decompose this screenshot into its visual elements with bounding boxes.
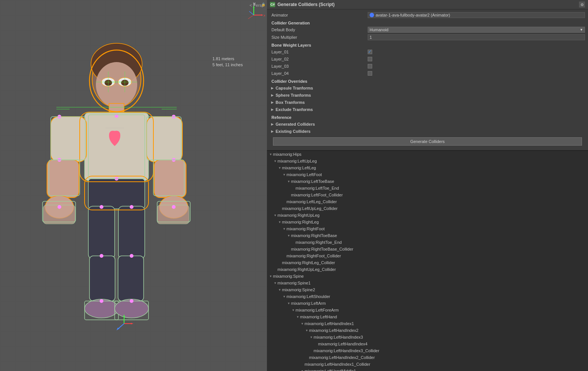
hierarchy-item-label: mixamorig:RightToeBase_Collider	[291, 247, 353, 251]
hierarchy-item-label: mixamorig:LeftForeArm	[296, 308, 339, 312]
hierarchy-item[interactable]: ▼mixamorig:Spine	[267, 273, 588, 280]
layer02-row: Layer_02	[270, 56, 585, 62]
hierarchy-item[interactable]: mixamorig:LeftHandIndex4	[267, 341, 588, 347]
hierarchy-item[interactable]: ▼mixamorig:RightLeg	[267, 219, 588, 225]
tree-expand-arrow-icon[interactable]: ▼	[268, 274, 273, 278]
hierarchy-item[interactable]: mixamorig:RightUpLeg_Collider	[267, 266, 588, 273]
layer03-checkbox[interactable]	[368, 64, 372, 68]
inspector-controls: ⚙	[579, 2, 585, 8]
box-tranforms-foldout[interactable]: ▶ Box Tranforms	[270, 99, 585, 106]
tree-expand-arrow-icon[interactable]: ▼	[273, 159, 277, 163]
hierarchy-item[interactable]: ▼mixamorig:LeftHandIndex1	[267, 320, 588, 327]
animator-ref-value[interactable]: avatar-1-ava-fullbody-avatar2 (Animator)	[368, 12, 585, 18]
right-panel: C# Generate Colliders (Script) ⚙ Animato…	[267, 0, 588, 371]
hierarchy-item[interactable]: mixamorig:LeftHandIndex2_Collider	[267, 354, 588, 361]
size-multiplier-input[interactable]	[368, 34, 585, 40]
hierarchy-item-label: mixamorig:LeftToeBase	[291, 179, 334, 184]
hierarchy-item[interactable]: ▼mixamorig:LeftHandIndex2	[267, 327, 588, 334]
exclude-tranforms-foldout[interactable]: ▶ Exclude Tranforms	[270, 106, 585, 113]
hierarchy-item-label: mixamorig:LeftToe_End	[296, 186, 339, 190]
hierarchy-item[interactable]: mixamorig:RightFoot_Collider	[267, 252, 588, 259]
tree-expand-arrow-icon[interactable]: ▼	[277, 287, 282, 292]
tree-expand-arrow-icon[interactable]: ▼	[291, 308, 296, 312]
hierarchy-item[interactable]: ▼mixamorig:LeftHandIndex3	[267, 334, 588, 341]
tree-expand-arrow-icon[interactable]: ▼	[282, 172, 286, 177]
hierarchy-item[interactable]: mixamorig:LeftHandIndex3_Collider	[267, 347, 588, 354]
tree-expand-arrow-icon[interactable]: ▼	[273, 281, 277, 285]
viewport[interactable]: 🔒 Y X < Persp	[0, 0, 267, 371]
default-body-label: Default Body	[270, 27, 368, 32]
hierarchy-item[interactable]: ▼mixamorig:LeftHand	[267, 313, 588, 320]
layer01-checkbox[interactable]	[368, 50, 372, 54]
hierarchy-item-label: mixamorig:RightLeg_Collider	[282, 260, 335, 265]
box-tranforms-label: Box Tranforms	[276, 100, 305, 105]
hierarchy-item-label: mixamorig:LeftHandIndex3_Collider	[314, 348, 379, 353]
hierarchy-item[interactable]: ▼mixamorig:LeftForeArm	[267, 307, 588, 313]
size-multiplier-label: Size Multiplier	[270, 35, 368, 40]
hierarchy-item[interactable]: mixamorig:RightToe_End	[267, 239, 588, 246]
inspector-title: C# Generate Colliders (Script)	[270, 2, 335, 7]
inspector-settings-btn[interactable]: ⚙	[579, 2, 585, 8]
hierarchy-item[interactable]: mixamorig:LeftHandIndex1_Collider	[267, 361, 588, 368]
hierarchy-item[interactable]: ▼mixamorig:RightToeBase	[267, 232, 588, 239]
svg-rect-30	[89, 256, 115, 301]
dropdown-arrow-icon: ▼	[580, 28, 583, 32]
hierarchy-item[interactable]: ▼mixamorig:LeftFoot	[267, 171, 588, 178]
tree-expand-arrow-icon[interactable]: ▼	[277, 166, 282, 170]
hierarchy-item-label: mixamorig:LeftUpLeg	[277, 159, 317, 163]
tree-expand-arrow-icon[interactable]: ▼	[282, 294, 286, 299]
hierarchy-item[interactable]: mixamorig:RightToeBase_Collider	[267, 246, 588, 252]
svg-rect-21	[47, 160, 79, 198]
default-body-dropdown[interactable]: Humanoid ▼	[368, 27, 585, 33]
hierarchy-item[interactable]: ▼mixamorig:Spine2	[267, 286, 588, 293]
hierarchy-item-label: mixamorig:Spine1	[277, 281, 311, 285]
hierarchy-item[interactable]: mixamorig:LeftToe_End	[267, 185, 588, 192]
hierarchy-item[interactable]: ▼mixamorig:LeftUpLeg	[267, 158, 588, 164]
bone-weight-layers-header: Bone Weight Layers	[270, 43, 585, 47]
hierarchy-item[interactable]: ▼mixamorig:LeftArm	[267, 300, 588, 307]
hierarchy-panel[interactable]: ▼mixamorig:Hips▼mixamorig:LeftUpLeg▼mixa…	[267, 151, 588, 371]
hierarchy-item[interactable]: mixamorig:LeftLeg_Collider	[267, 198, 588, 205]
animator-field-row: Animator avatar-1-ava-fullbody-avatar2 (…	[270, 12, 585, 18]
tree-expand-arrow-icon[interactable]: ▼	[273, 213, 277, 217]
tree-expand-arrow-icon[interactable]: ▼	[300, 321, 305, 326]
tree-expand-arrow-icon[interactable]: ▼	[282, 227, 286, 231]
tree-expand-arrow-icon[interactable]: ▼	[305, 328, 309, 333]
hierarchy-item[interactable]: ▼mixamorig:LeftToeBase	[267, 178, 588, 185]
sphere-tranforms-foldout[interactable]: ▶ Sphere Tranforms	[270, 92, 585, 99]
hierarchy-item-label: mixamorig:LeftHandIndex3	[314, 335, 363, 339]
tree-expand-arrow-icon[interactable]: ▼	[286, 179, 291, 184]
existing-colliders-foldout[interactable]: ▶ Existing Colliders	[270, 128, 585, 135]
hierarchy-item[interactable]: mixamorig:LeftUpLeg_Collider	[267, 205, 588, 212]
hierarchy-item[interactable]: ▼mixamorig:RightUpLeg	[267, 212, 588, 219]
tree-expand-arrow-icon[interactable]: ▼	[296, 315, 300, 319]
hierarchy-item[interactable]: ▼mixamorig:LeftHandMiddle1	[267, 368, 588, 371]
svg-rect-25	[154, 160, 186, 198]
hierarchy-item[interactable]: ▼mixamorig:Spine1	[267, 280, 588, 286]
layer04-checkbox[interactable]	[368, 71, 372, 76]
svg-marker-64	[131, 323, 133, 324]
hierarchy-item[interactable]: ▼mixamorig:RightFoot	[267, 225, 588, 232]
svg-rect-29	[88, 206, 115, 259]
tree-expand-arrow-icon[interactable]: ▼	[286, 301, 291, 306]
tree-expand-arrow-icon[interactable]: ▼	[277, 220, 282, 224]
hierarchy-item[interactable]: ▼mixamorig:LeftLeg	[267, 164, 588, 171]
hierarchy-item[interactable]: ▼mixamorig:LeftShoulder	[267, 293, 588, 300]
tree-expand-arrow-icon[interactable]: ▼	[300, 369, 305, 371]
layer02-checkbox[interactable]	[368, 57, 372, 61]
hierarchy-item[interactable]: ▼mixamorig:Hips	[267, 151, 588, 158]
tree-expand-arrow-icon[interactable]: ▼	[286, 233, 291, 238]
exclude-foldout-arrow-icon: ▶	[270, 107, 274, 112]
tree-expand-arrow-icon[interactable]: ▼	[309, 335, 314, 339]
generated-colliders-foldout[interactable]: ▶ Generated Colliders	[270, 121, 585, 128]
hierarchy-item[interactable]: mixamorig:LeftFoot_Collider	[267, 192, 588, 198]
layer02-checkbox-cell	[368, 57, 372, 61]
tree-expand-arrow-icon[interactable]: ▼	[268, 152, 273, 157]
layer02-label: Layer_02	[270, 57, 368, 61]
svg-rect-24	[147, 117, 182, 162]
hierarchy-item[interactable]: mixamorig:RightLeg_Collider	[267, 259, 588, 266]
generate-colliders-button[interactable]: Generate Colliders	[273, 137, 582, 146]
capsule-tranforms-foldout[interactable]: ▶ Capsule Tranforms	[270, 85, 585, 91]
hierarchy-item-label: mixamorig:RightLeg	[282, 220, 319, 224]
hierarchy-item-label: mixamorig:LeftFoot	[286, 172, 322, 177]
